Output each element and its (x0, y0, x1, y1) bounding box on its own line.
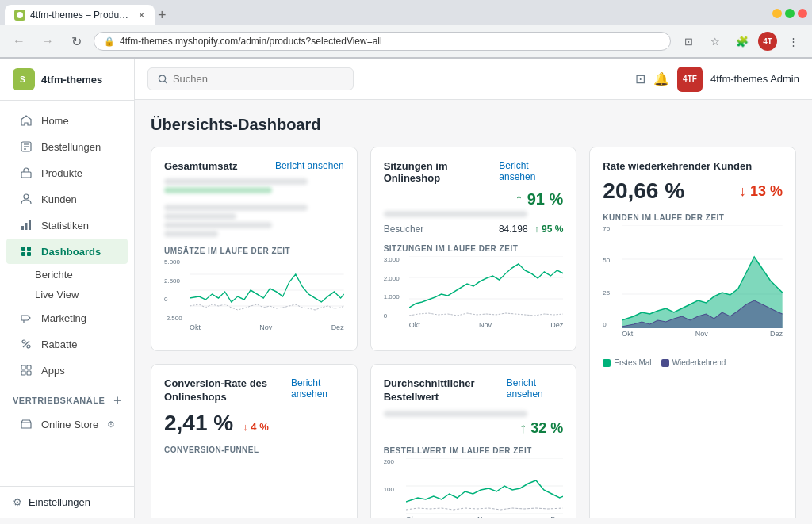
card-sitzungen: Sitzungen im Onlineshop Bericht ansehen … (370, 147, 577, 351)
search-icon (158, 74, 168, 85)
sidebar-item-label: Marketing (41, 312, 86, 324)
sidebar-item-kunden[interactable]: Kunden (6, 186, 128, 212)
gesamtumsatz-chart: 5.000 2.500 0 -2.500 (164, 258, 344, 338)
sitzungen-sub-change: ↑ 95 % (534, 224, 564, 235)
more-options-icon[interactable]: ⋮ (782, 30, 804, 52)
add-sales-channel-button[interactable]: + (113, 393, 121, 407)
sitzungen-chart-label: SITZUNGEN IM LAUFE DER ZEIT (384, 244, 564, 253)
card-conversion-title: Conversion-Rate des Onlineshops (164, 377, 291, 404)
bestellwert-change-row: ↑ 32 % (384, 420, 564, 437)
tab-close-button[interactable]: ✕ (138, 10, 145, 21)
svg-rect-21 (27, 365, 31, 369)
sitzungen-sub-label: Besucher (384, 224, 424, 235)
gesamtumsatz-chart-area: Okt Nov Dez (190, 258, 344, 331)
page-title: Übersichts-Dashboard (151, 116, 796, 134)
svg-point-17 (22, 340, 25, 343)
card-gesamtumsatz: Gesamtumsatz Bericht ansehen UMSÄTZE IM … (151, 147, 358, 351)
topbar-action-button1[interactable]: ⊡ (635, 71, 645, 86)
sidebar-item-statistiken[interactable]: Statistiken (6, 212, 128, 238)
tab-title: 4tfm-themes – Produkte • Shop... (30, 10, 133, 21)
footer-settings-label: Einstellungen (29, 496, 90, 508)
user-name: 4tfm-themes Admin (710, 73, 799, 85)
bestellwert-y-labels: 200 100 (384, 458, 403, 514)
bestellwert-change: ↑ 32 % (519, 420, 563, 437)
sidebar-item-label: Home (41, 115, 69, 127)
back-button[interactable]: ← (8, 30, 30, 52)
gesamtumsatz-chart-label: UMSÄTZE IM LAUFE DER ZEIT (164, 247, 344, 255)
user-avatar: 4TF (677, 67, 703, 92)
minimize-button[interactable] (772, 9, 782, 18)
card-gesamtumsatz-link[interactable]: Bericht ansehen (275, 160, 344, 171)
search-input[interactable] (173, 73, 343, 85)
forward-button[interactable]: → (36, 30, 59, 52)
bookmark-icon[interactable]: ☆ (704, 30, 726, 52)
sidebar-item-label: Rabatte (41, 338, 78, 350)
svg-rect-22 (21, 371, 25, 375)
rate-change: ↓ 13 % (739, 183, 783, 200)
profile-avatar[interactable]: 4T (758, 32, 777, 51)
card-gesamtumsatz-title: Gesamtumsatz (164, 160, 237, 172)
svg-rect-11 (29, 220, 31, 230)
card-rate-title: Rate wiederkehrender Kunden (603, 160, 752, 172)
sidebar-item-home[interactable]: Home (6, 108, 128, 133)
svg-point-24 (159, 75, 165, 81)
rate-chart-area: Okt Nov Dez (622, 225, 783, 338)
card-rate: Rate wiederkehrender Kunden 20,66 % ↓ 13… (589, 147, 796, 518)
sidebar-footer[interactable]: ⚙ Einstellungen (0, 486, 134, 518)
ssl-lock-icon: 🔒 (104, 36, 115, 47)
sidebar: S 4tfm-themes Home Bestellungen (0, 59, 135, 518)
cast-icon[interactable]: ⊡ (677, 30, 699, 52)
rate-value: 20,66 % (603, 178, 684, 204)
settings-gear-icon[interactable]: ⚙ (107, 419, 115, 430)
sidebar-item-label: Kunden (41, 193, 77, 205)
sidebar-item-produkte[interactable]: Produkte (6, 160, 128, 186)
card-sitzungen-header: Sitzungen im Onlineshop Bericht ansehen (384, 160, 564, 184)
sidebar-item-label: Bestellungen (41, 141, 101, 153)
active-tab: 4tfm-themes – Produkte • Shop... ✕ (5, 5, 155, 25)
sidebar-item-dashboards[interactable]: Dashboards (6, 239, 128, 264)
card-bestellwert-link[interactable]: Bericht ansehen (507, 377, 564, 400)
legend-erstes-mal-dot (603, 359, 611, 367)
nav-section-vertrieb: Vertriebskanäle + (0, 384, 134, 411)
card-sitzungen-link[interactable]: Bericht ansehen (499, 160, 563, 182)
sidebar-item-apps[interactable]: Apps (6, 358, 128, 383)
sidebar-item-rabatte[interactable]: Rabatte (6, 331, 128, 357)
rate-chart: 75 50 25 0 (603, 225, 783, 352)
svg-rect-12 (21, 247, 25, 251)
svg-rect-14 (21, 252, 25, 256)
sidebar-item-liveview[interactable]: Live View (35, 285, 134, 304)
rate-x-labels: Okt Nov Dez (622, 330, 783, 338)
home-icon (19, 113, 33, 128)
new-tab-button[interactable]: + (158, 7, 167, 24)
sidebar-item-onlinestore[interactable]: Online Store ⚙ (6, 411, 128, 437)
legend-wiederkehrend-label: Wiederkehrend (672, 358, 726, 367)
bestellwert-chart-label: BESTELLWERT IM LAUFE DER ZEIT (384, 446, 564, 455)
bestellwert-x-labels: Okt Nov Dez (406, 515, 564, 518)
address-bar: 🔒 4tfm-themes.myshopify.com/admin/produc… (94, 32, 671, 51)
gesamtumsatz-skeleton (164, 178, 344, 237)
maximize-button[interactable] (785, 9, 795, 18)
sidebar-item-bestellungen[interactable]: Bestellungen (6, 134, 128, 159)
topbar-action-button2[interactable]: 🔔 (653, 71, 669, 86)
brand-name: 4tfm-themes (41, 74, 102, 86)
svg-rect-10 (25, 223, 28, 230)
close-button[interactable] (798, 9, 807, 18)
tab-favicon (14, 10, 25, 21)
legend-wiederkehrend-dot (661, 359, 669, 367)
sitzungen-change: ↑ 91 % (515, 190, 563, 208)
orders-icon (19, 140, 33, 154)
stats-icon (19, 218, 33, 232)
rate-metric-row: 20,66 % ↓ 13 % (603, 178, 783, 204)
bestellwert-chart: 200 100 (384, 458, 564, 518)
apps-icon (19, 363, 33, 377)
avatar-initials: 4TF (677, 67, 703, 92)
sidebar-item-berichte[interactable]: Berichte (35, 265, 134, 285)
reload-button[interactable]: ↻ (65, 30, 87, 52)
sidebar-item-label: Produkte (41, 167, 82, 179)
browser-navigation: ← → ↻ 🔒 4tfm-themes.myshopify.com/admin/… (0, 25, 812, 58)
extension-puzzle-icon[interactable]: 🧩 (731, 30, 753, 52)
card-conversion-link[interactable]: Bericht ansehen (291, 377, 344, 400)
conversion-value: 2,41 % (164, 411, 233, 436)
sidebar-item-marketing[interactable]: Marketing (6, 305, 128, 331)
legend-erstes-mal: Erstes Mal (603, 358, 651, 367)
